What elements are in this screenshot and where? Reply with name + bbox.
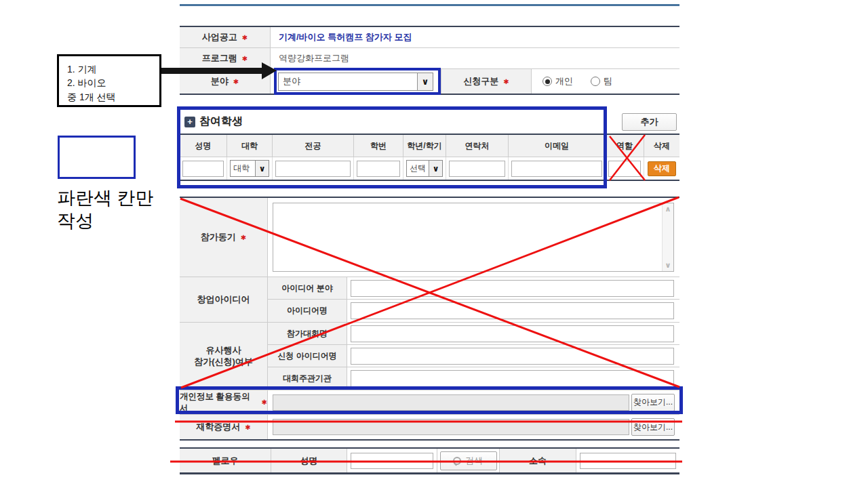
name-cell <box>180 157 227 180</box>
applied-idea-label: 신청 아이디어명 <box>268 345 347 367</box>
announcement-value-cell: 기계/바이오 특허캠프 참가자 모집 <box>271 27 679 47</box>
fellow-affiliation-input[interactable] <box>580 453 676 469</box>
add-student-button[interactable]: 추가 <box>622 113 677 131</box>
fellow-table: 펠로우 성명 검색 소속 <box>180 447 679 474</box>
program-info-table: 사업공고 ✱ 기계/바이오 특허캠프 참가자 모집 프로그램 ✱ 역량강화프로그… <box>180 26 679 95</box>
university-cell: 대학 ∨ <box>227 157 273 180</box>
privacy-label-cell: 개인정보 활용동의서 ✱ <box>180 390 268 414</box>
contest-name-cell <box>347 323 679 344</box>
col-header-name: 성명 <box>180 135 227 157</box>
field-select-value: 분야 <box>279 73 417 90</box>
host-org-label: 대회주관기관 <box>268 367 347 390</box>
required-icon: ✱ <box>245 424 250 431</box>
university-select-value: 대학 <box>231 161 255 176</box>
student-id-input[interactable] <box>357 161 400 177</box>
university-select[interactable]: 대학 ∨ <box>230 160 269 177</box>
similar-event-label-line1: 유사행사 <box>194 345 253 357</box>
required-icon: ✱ <box>233 78 239 85</box>
apply-type-label: 신청구분 <box>463 75 498 87</box>
textarea-scrollbar[interactable]: ∧ ∨ <box>662 203 673 271</box>
program-label-cell: 프로그램 ✱ <box>180 48 271 68</box>
scroll-down-icon[interactable]: ∨ <box>665 262 671 269</box>
required-icon: ✱ <box>242 34 248 41</box>
host-org-input[interactable] <box>351 370 674 387</box>
enrollment-file-field <box>273 419 629 435</box>
fellow-name-label-cell: 성명 <box>271 449 347 472</box>
major-input[interactable] <box>275 161 351 177</box>
students-header-row: 성명 대학 전공 학번 학년/학기 연락처 이메일 역할 삭제 <box>180 135 679 157</box>
role-input[interactable] <box>608 161 641 177</box>
idea-name-cell <box>347 300 679 322</box>
idea-field-subrow: 아이디어 분야 <box>268 277 679 300</box>
startup-idea-row: 창업아이디어 아이디어 분야 아이디어명 <box>180 277 679 323</box>
enrollment-label: 재학증명서 <box>196 421 240 433</box>
fellow-search-button[interactable]: 검색 <box>440 451 497 470</box>
motivation-value-cell: ∧ ∨ <box>268 198 679 277</box>
year-semester-select-value: 선택 <box>407 161 429 176</box>
enrollment-label-cell: 재학증명서 ✱ <box>180 415 268 439</box>
fellow-affiliation-cell <box>576 449 679 472</box>
contest-name-subrow: 참가대회명 <box>268 323 679 345</box>
delete-student-button[interactable]: 삭제 <box>648 161 676 176</box>
radio-team[interactable]: 팀 <box>591 75 612 87</box>
name-input[interactable] <box>182 161 224 177</box>
field-label-cell: 분야 ✱ <box>180 69 271 94</box>
students-table: 성명 대학 전공 학번 학년/학기 연락처 이메일 역할 삭제 대학 ∨ 선택 <box>180 134 679 181</box>
page-top-divider <box>180 4 679 6</box>
chevron-down-icon[interactable]: ∨ <box>417 73 433 90</box>
announcement-row: 사업공고 ✱ 기계/바이오 특허캠프 참가자 모집 <box>180 27 679 48</box>
program-value-cell: 역량강화프로그램 <box>271 48 679 68</box>
applied-idea-input[interactable] <box>351 348 674 365</box>
announcement-label: 사업공고 <box>202 31 237 43</box>
radio-individual[interactable]: 개인 <box>542 75 573 87</box>
required-icon: ✱ <box>503 78 509 85</box>
plus-icon: + <box>184 117 195 127</box>
year-semester-cell: 선택 ∨ <box>403 157 446 180</box>
radio-team-label: 팀 <box>604 75 612 87</box>
enrollment-file-cell: 찾아보기... <box>268 415 679 439</box>
idea-name-label: 아이디어명 <box>268 300 347 322</box>
program-value: 역량강화프로그램 <box>279 52 349 64</box>
col-header-major: 전공 <box>273 135 354 157</box>
col-header-contact: 연락처 <box>446 135 509 157</box>
year-semester-select[interactable]: 선택 ∨ <box>406 160 443 177</box>
field-select[interactable]: 분야 ∨ <box>278 73 433 91</box>
idea-field-input[interactable] <box>351 280 674 297</box>
chevron-down-icon[interactable]: ∨ <box>255 161 269 176</box>
email-input[interactable] <box>511 161 602 177</box>
col-header-email: 이메일 <box>509 135 606 157</box>
fellow-name-input[interactable] <box>351 453 433 469</box>
col-header-delete: 삭제 <box>644 135 679 157</box>
idea-field-label: 아이디어 분야 <box>268 277 347 299</box>
privacy-browse-button[interactable]: 찾아보기... <box>631 394 675 411</box>
col-header-student-id: 학번 <box>354 135 403 157</box>
apply-type-radio-group: 개인 팀 <box>532 69 679 94</box>
search-icon <box>454 457 461 464</box>
major-cell <box>273 157 354 180</box>
required-icon: ✱ <box>262 399 267 406</box>
contest-name-input[interactable] <box>351 325 674 342</box>
field-select-cell: 분야 ∨ <box>271 69 441 94</box>
chevron-down-icon[interactable]: ∨ <box>429 161 442 176</box>
application-form-page: 1. 기계 2. 바이오 중 1개 선택 파란색 칸만 작성 사업공고 ✱ 기계… <box>0 0 868 488</box>
apply-type-label-cell: 신청구분 ✱ <box>441 69 532 94</box>
scroll-up-icon[interactable]: ∧ <box>665 205 671 213</box>
motivation-textarea[interactable]: ∧ ∨ <box>273 203 674 272</box>
students-title-text: 참여학생 <box>199 115 243 129</box>
host-org-cell <box>347 367 679 390</box>
radio-selected-icon <box>542 77 552 86</box>
similar-event-label: 유사행사 참가(신청)여부 <box>194 345 253 368</box>
privacy-file-cell: 찾아보기... <box>268 390 679 414</box>
similar-event-subrows: 참가대회명 신청 아이디어명 대회주관기관 <box>268 323 679 390</box>
blue-legend-box <box>58 136 136 179</box>
applied-idea-cell <box>347 345 679 367</box>
email-cell <box>509 157 606 180</box>
radio-individual-label: 개인 <box>555 75 573 87</box>
privacy-file-field <box>273 394 629 411</box>
contact-input[interactable] <box>449 161 505 177</box>
field-label: 분야 <box>211 75 229 87</box>
similar-event-label-line2: 참가(신청)여부 <box>194 357 253 368</box>
enrollment-browse-button[interactable]: 찾아보기... <box>631 418 675 436</box>
idea-name-input[interactable] <box>351 302 674 319</box>
idea-field-cell <box>347 277 679 299</box>
